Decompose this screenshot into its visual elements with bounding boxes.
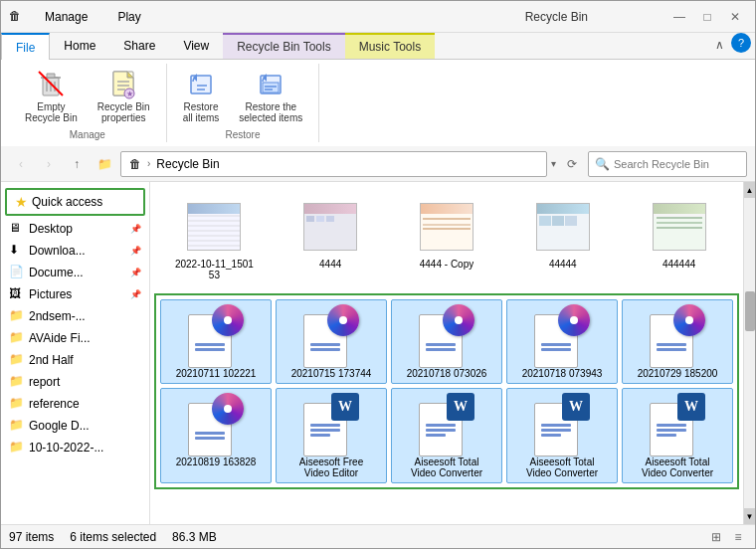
file-item-s9[interactable]: W Aiseesoft TotalVideo Converter: [506, 388, 618, 483]
file-icon-s6: [184, 393, 248, 457]
sidebar: ★ Quick access 🖥 Desktop 📌 ⬇ Downloa... …: [1, 182, 150, 524]
sidebar-item-report[interactable]: 📁 report: [1, 371, 149, 393]
grid-view-button[interactable]: ⊞: [707, 528, 725, 546]
sidebar-item-documents[interactable]: 📄 Docume... 📌: [1, 262, 149, 283]
window-icon: 🗑: [9, 9, 25, 25]
file-area[interactable]: 2022-10-11_150153 4: [150, 182, 743, 524]
tab-view[interactable]: View: [169, 33, 223, 59]
file-icon-s7: W: [299, 393, 363, 457]
ribbon-content: Empty Recycle Bin ★: [1, 60, 755, 146]
svg-text:★: ★: [126, 90, 133, 98]
sidebar-item-reference[interactable]: 📁 reference: [1, 393, 149, 415]
ribbon-group-restore: Restore all items Restore the sele: [167, 64, 320, 142]
downloads-icon: ⬇: [9, 243, 25, 259]
sidebar-item-pictures[interactable]: 🖼 Pictures 📌: [1, 283, 149, 305]
scrollbar[interactable]: ▲ ▼: [743, 182, 755, 524]
file-item-s3[interactable]: 20210718 073026: [391, 299, 502, 384]
sidebar-item-desktop[interactable]: 🖥 Desktop 📌: [1, 218, 149, 240]
file-item-s4[interactable]: 20210718 073943: [506, 299, 618, 384]
folder-icon-2ndsem: 📁: [9, 308, 25, 324]
status-selected: 6 items selected: [70, 530, 156, 544]
scroll-down-button[interactable]: ▼: [744, 508, 756, 524]
sidebar-item-google[interactable]: 📁 Google D...: [1, 415, 149, 437]
sidebar-item-oct10[interactable]: 📁 10-10-2022-...: [1, 437, 149, 458]
file-item-f4[interactable]: 44444: [506, 190, 619, 285]
titlebar: 🗑 Manage Play Recycle Bin — □ ✕: [1, 1, 755, 33]
folder-icon-2ndhalf: 📁: [9, 352, 25, 368]
folder-button[interactable]: 📁: [93, 152, 116, 176]
maximize-button[interactable]: □: [695, 7, 719, 27]
sidebar-item-avaide[interactable]: 📁 AVAide Fi...: [1, 327, 149, 349]
empty-recycle-bin-button[interactable]: Empty Recycle Bin: [17, 64, 86, 127]
pin-icon-dl: 📌: [130, 246, 141, 256]
tab-file[interactable]: File: [1, 33, 50, 60]
file-item-s7[interactable]: W Aiseesoft FreeVideo Editor: [276, 388, 387, 483]
tab-share[interactable]: Share: [109, 33, 169, 59]
file-icon-f1: [182, 195, 246, 259]
file-icon-f4: [531, 195, 595, 259]
sidebar-item-downloads[interactable]: ⬇ Downloa... 📌: [1, 240, 149, 262]
refresh-button[interactable]: ⟳: [560, 152, 584, 176]
word-badge-s10: W: [677, 393, 705, 421]
file-item-s8[interactable]: W Aiseesoft TotalVideo Converter: [391, 388, 502, 483]
file-label-s10: Aiseesoft TotalVideo Converter: [642, 457, 713, 478]
file-label-s1: 20210711 102221: [176, 368, 257, 379]
tab-home[interactable]: Home: [50, 33, 109, 59]
sidebar-item-2ndsem[interactable]: 📁 2ndsem-...: [1, 305, 149, 327]
search-box[interactable]: 🔍: [588, 151, 747, 177]
address-box[interactable]: 🗑 › Recycle Bin: [120, 151, 547, 177]
file-item-s10[interactable]: W Aiseesoft TotalVideo Converter: [622, 388, 733, 483]
close-button[interactable]: ✕: [723, 7, 747, 27]
back-button[interactable]: ‹: [9, 152, 33, 176]
sidebar-item-2ndhalf[interactable]: 📁 2nd Half: [1, 349, 149, 371]
minimize-button[interactable]: —: [667, 7, 691, 27]
file-item-f2[interactable]: 4444: [275, 190, 387, 285]
word-badge-s7: W: [331, 393, 359, 421]
cd-disc-s6: [212, 393, 244, 425]
file-icon-s4: [530, 304, 594, 368]
file-icon-s9: W: [530, 393, 594, 457]
oct10-label: 10-10-2022-...: [29, 441, 141, 455]
file-item-s6[interactable]: 20210819 163828: [160, 388, 272, 483]
context-tabs: Manage Play: [31, 5, 525, 29]
file-item-f5[interactable]: 444444: [623, 190, 735, 285]
help-button[interactable]: ?: [731, 33, 751, 53]
cd-disc-s1: [212, 304, 244, 336]
file-label-s6: 20210819 163828: [176, 457, 257, 467]
file-item-s1[interactable]: 20210711 102221: [160, 299, 272, 384]
file-label-f4: 44444: [549, 259, 577, 270]
scroll-track: [744, 198, 756, 508]
cd-disc-s5: [673, 304, 705, 336]
folder-icon-reference: 📁: [9, 396, 25, 412]
ribbon-collapse-button[interactable]: ∧: [707, 33, 731, 57]
file-item-f3[interactable]: 4444 - Copy: [391, 190, 503, 285]
file-icon-s8: W: [415, 393, 478, 457]
tab-music-tools[interactable]: Music Tools: [345, 33, 435, 59]
manage-group-label: Manage: [17, 127, 158, 142]
status-size: 86.3 MB: [172, 530, 217, 544]
file-icon-s1: [184, 304, 248, 368]
search-input[interactable]: [614, 158, 733, 170]
view-controls: ⊞ ≡: [707, 528, 747, 546]
file-item-s5[interactable]: 20210729 185200: [622, 299, 733, 384]
quick-access-header[interactable]: ★ Quick access: [5, 188, 145, 216]
file-label-f5: 444444: [662, 259, 695, 270]
restore-selected-button[interactable]: Restore the selected items: [231, 64, 310, 127]
tab-recycle-tools[interactable]: Recycle Bin Tools: [223, 33, 345, 59]
folder-icon-report: 📁: [9, 374, 25, 390]
tab-play[interactable]: Play: [103, 5, 154, 29]
scroll-thumb[interactable]: [745, 291, 755, 331]
tab-manage[interactable]: Manage: [31, 5, 101, 29]
forward-button[interactable]: ›: [37, 152, 61, 176]
file-item-f1[interactable]: 2022-10-11_150153: [158, 190, 271, 285]
scroll-up-button[interactable]: ▲: [744, 182, 756, 198]
up-button[interactable]: ↑: [65, 152, 89, 176]
recycle-bin-properties-button[interactable]: ★ Recycle Bin properties: [90, 64, 158, 127]
file-item-s2[interactable]: 20210715 173744: [276, 299, 387, 384]
file-label-s7: Aiseesoft FreeVideo Editor: [299, 457, 363, 478]
report-label: report: [29, 375, 141, 389]
list-view-button[interactable]: ≡: [729, 528, 747, 546]
main-window: 🗑 Manage Play Recycle Bin — □ ✕ File Hom…: [0, 0, 756, 549]
restore-all-button[interactable]: Restore all items: [175, 64, 228, 127]
dropdown-arrow[interactable]: ▾: [551, 158, 556, 169]
